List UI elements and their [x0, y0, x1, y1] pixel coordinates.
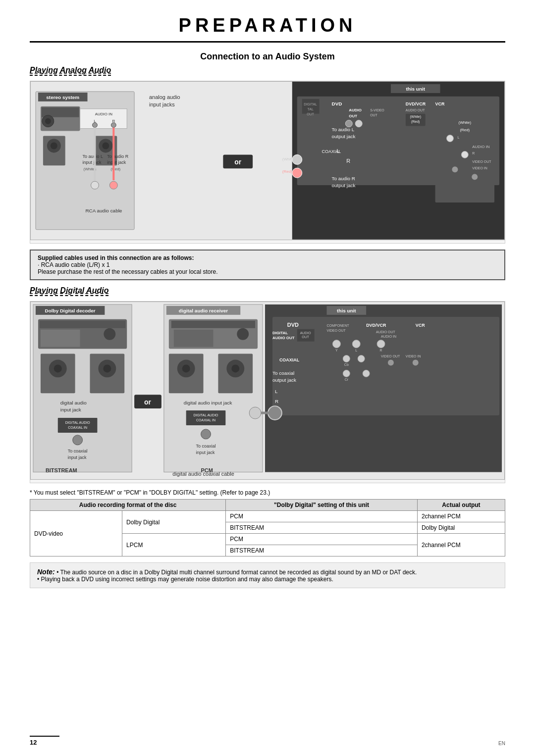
table-cell-setting-1: PCM — [226, 511, 418, 522]
analog-info-box: Supplied cables used in this connection … — [30, 250, 505, 280]
svg-point-12 — [102, 142, 109, 149]
svg-text:To audio L: To audio L — [331, 127, 354, 132]
section-title: Connection to an Audio System — [30, 51, 505, 62]
svg-text:OUT: OUT — [307, 112, 314, 116]
svg-text:VIDEO OUT: VIDEO OUT — [327, 328, 346, 332]
svg-text:this unit: this unit — [406, 86, 425, 92]
svg-text:L: L — [275, 389, 278, 394]
table-header-output: Actual output — [417, 500, 505, 511]
svg-point-112 — [182, 364, 190, 372]
table-cell-output-2: Dolby Digital — [417, 522, 505, 534]
svg-text:DVD: DVD — [287, 321, 299, 327]
svg-text:RCA audio cable: RCA audio cable — [85, 208, 122, 213]
svg-text:digital audio coaxial cable: digital audio coaxial cable — [172, 470, 234, 476]
svg-text:AUDIO: AUDIO — [300, 331, 312, 334]
svg-text:digital audio input jack: digital audio input jack — [184, 400, 232, 405]
svg-text:S-VIDEO: S-VIDEO — [370, 108, 384, 112]
svg-point-115 — [231, 364, 239, 372]
svg-point-152 — [413, 359, 419, 365]
table-cell-setting-3: PCM — [226, 534, 418, 545]
stereo-label: stereo system — [46, 95, 79, 100]
svg-text:digital audio receiver: digital audio receiver — [179, 308, 228, 313]
svg-point-77 — [472, 174, 478, 180]
svg-text:COAXIAL IN: COAXIAL IN — [196, 418, 215, 422]
svg-text:(White): (White) — [410, 115, 421, 119]
svg-point-150 — [388, 359, 394, 365]
table-cell-lpcm: LPCM — [122, 534, 226, 556]
svg-rect-84 — [41, 329, 80, 347]
table-cell-dolby: Dolby Digital — [122, 511, 226, 534]
svg-point-6 — [45, 118, 51, 124]
svg-text:To audio L: To audio L — [83, 154, 103, 159]
svg-text:COAXIAL IN: COAXIAL IN — [68, 426, 87, 429]
svg-point-146 — [343, 355, 350, 362]
svg-text:input jack: input jack — [196, 450, 215, 454]
svg-text:TAL: TAL — [308, 107, 314, 111]
svg-point-153 — [343, 370, 350, 377]
svg-point-75 — [452, 166, 458, 172]
svg-text:R: R — [346, 158, 350, 164]
subsection-analog-title: Playing Analog Audio — [30, 66, 111, 76]
svg-text:OUT: OUT — [370, 113, 377, 117]
svg-text:analog audio: analog audio — [149, 94, 180, 100]
analog-diagram-svg: stereo system AUDIO IN L R To audio L in… — [30, 81, 505, 240]
page-title: PREPARATION — [30, 15, 505, 43]
analog-diagram-area: stereo system AUDIO IN L R To audio L in… — [30, 81, 505, 244]
svg-point-27 — [91, 181, 99, 189]
svg-point-144 — [377, 340, 385, 348]
svg-text:or: or — [144, 398, 152, 406]
svg-text:this unit: this unit — [337, 308, 356, 313]
svg-text:DVD/VCR: DVD/VCR — [366, 322, 386, 327]
table-cell-output-1: 2channel PCM — [417, 511, 505, 522]
svg-point-28 — [109, 181, 117, 189]
svg-point-69 — [446, 135, 453, 142]
svg-text:Dolby Digital decoder: Dolby Digital decoder — [45, 308, 96, 313]
note-text-2: Playing back a DVD using incorrect setti… — [41, 576, 333, 583]
subsection-digital-title: Playing Digital Audio — [30, 286, 108, 296]
svg-text:To coaxial: To coaxial — [272, 370, 294, 376]
table-cell-setting-4: BITSTREAM — [226, 545, 418, 556]
svg-text:input jack: input jack — [83, 160, 102, 165]
svg-rect-108 — [174, 329, 214, 347]
table-cell-output-3: 2channel PCM — [417, 534, 505, 556]
svg-point-46 — [355, 120, 362, 127]
svg-text:Cb: Cb — [344, 363, 349, 366]
svg-point-91 — [103, 364, 111, 372]
svg-text:DVD/VCR: DVD/VCR — [406, 101, 426, 106]
svg-text:DIGITAL AUDIO: DIGITAL AUDIO — [65, 421, 91, 424]
analog-purchase-note: Please purchase the rest of the necessar… — [38, 268, 497, 275]
svg-text:DIGITAL AUDIO: DIGITAL AUDIO — [194, 413, 219, 417]
svg-point-97 — [73, 435, 83, 445]
svg-text:or: or — [234, 158, 242, 166]
svg-rect-107 — [171, 320, 255, 328]
analog-cable-list: · RCA audio cable (L/R) x 1 — [38, 261, 497, 268]
svg-text:AUDIO OUT: AUDIO OUT — [376, 330, 395, 333]
svg-text:(Red): (Red) — [411, 120, 420, 124]
asterisk-note: * You must select "BITSTREAM" or "PCM" i… — [30, 489, 505, 496]
digital-diagram-area: Dolby Digital decoder digital audio inpu… — [30, 301, 505, 484]
table-cell-setting-2: BITSTREAM — [226, 522, 418, 534]
svg-text:output jack: output jack — [331, 134, 355, 139]
svg-text:output jack: output jack — [331, 183, 355, 188]
audio-table: Audio recording format of the disc "Dolb… — [30, 499, 505, 556]
svg-point-120 — [201, 429, 211, 439]
table-row: DVD-video Dolby Digital PCM 2channel PCM — [30, 511, 505, 522]
svg-text:VIDEO IN: VIDEO IN — [406, 354, 421, 357]
svg-text:To audio R: To audio R — [331, 176, 355, 181]
svg-text:output jack: output jack — [272, 377, 296, 383]
svg-point-155 — [363, 370, 370, 377]
svg-text:Cr: Cr — [345, 378, 349, 381]
svg-point-163 — [249, 407, 261, 419]
supplied-cables-title: Supplied cables used in this connection … — [38, 254, 497, 261]
svg-text:AUDIO: AUDIO — [349, 108, 362, 112]
svg-text:DIGITAL: DIGITAL — [272, 330, 288, 335]
svg-text:VCR: VCR — [416, 322, 425, 327]
svg-text:(Red): (Red) — [460, 128, 470, 132]
digital-diagram-svg: Dolby Digital decoder digital audio inpu… — [30, 302, 505, 480]
svg-text:AUDIO IN: AUDIO IN — [95, 112, 113, 116]
svg-point-18 — [111, 123, 116, 128]
svg-text:R: R — [275, 399, 278, 404]
svg-text:R: R — [472, 151, 475, 155]
en-label: EN — [498, 741, 505, 746]
svg-text:digital audio: digital audio — [60, 400, 87, 405]
